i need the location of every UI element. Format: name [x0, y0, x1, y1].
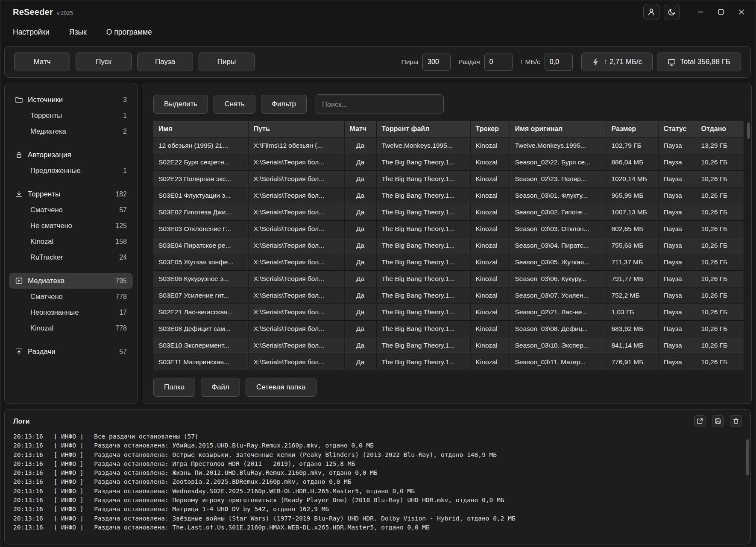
sidebar-item[interactable]: Торренты 1 — [9, 108, 133, 123]
table-row[interactable]: S03E03 Отклонение Г... X:\Serials\Теория… — [153, 220, 744, 237]
cell-tracker: Kinozal — [470, 337, 510, 354]
table-row[interactable]: S03E04 Пиратское ре... X:\Serials\Теория… — [153, 237, 744, 254]
sidebar-item[interactable]: Медиатека 795 — [9, 273, 133, 289]
cell-status: Пауза — [658, 187, 696, 204]
action-button[interactable]: Фильтр — [261, 95, 307, 114]
uploads-input[interactable] — [484, 53, 513, 71]
log-level: [ ИНФО ] — [54, 460, 84, 467]
table-row[interactable]: 12 обезьян (1995) 21... X:\Films\12 обез… — [153, 137, 744, 154]
cell-given: 10,26 ГБ — [696, 354, 744, 370]
cell-given: 10,26 ГБ — [696, 304, 744, 320]
open-button[interactable]: Файл — [201, 378, 240, 397]
peers-input[interactable] — [422, 53, 451, 71]
column-header[interactable]: Отдано — [696, 121, 744, 137]
sidebar-item-count: 1 — [123, 112, 127, 120]
table-row[interactable]: S03E08 Дефицит сам... X:\Serials\Теория … — [153, 320, 744, 337]
cell-torrent-file: The Big Bang Theory.1... — [376, 220, 470, 237]
column-header[interactable]: Имя оригинал — [510, 121, 606, 137]
column-header[interactable]: Путь — [248, 121, 344, 137]
sidebar-item[interactable]: Медиатека 2 — [9, 123, 133, 139]
table-row[interactable]: S03E01 Флуктуации э... X:\Serials\Теория… — [153, 187, 744, 204]
toolbar-button[interactable]: Пауза — [137, 53, 193, 71]
table-row[interactable]: S02E22 Буря секретн... X:\Serials\Теория… — [153, 154, 744, 170]
log-time: 20:13:16 — [13, 524, 43, 531]
column-header[interactable]: Статус — [658, 121, 696, 137]
log-message: Раздача остановлена: Острые козырьки. За… — [94, 451, 497, 458]
table-row[interactable]: S03E10 Эксперимент... X:\Serials\Теория … — [153, 337, 744, 354]
cell-tracker: Kinozal — [470, 187, 510, 204]
action-button[interactable]: Выделить — [153, 95, 208, 114]
cell-original-name: Season_03\07. Усилен... — [510, 287, 606, 304]
minimize-button[interactable] — [690, 3, 711, 20]
sidebar-item[interactable]: Неопознанные 17 — [9, 304, 133, 320]
save-log-button[interactable] — [712, 415, 724, 427]
close-button[interactable] — [731, 3, 752, 20]
log-line: 20:13:16 [ ИНФО ] Раздача остановлена: T… — [13, 523, 742, 532]
sidebar-item[interactable]: Kinozal 158 — [9, 234, 133, 249]
column-header[interactable]: Трекер — [470, 121, 510, 137]
maximize-button[interactable] — [711, 3, 731, 20]
toolbar-button[interactable]: Пуск — [76, 53, 132, 71]
table-row[interactable]: S03E02 Гипотеза Джи... X:\Serials\Теория… — [153, 204, 744, 220]
menu-item[interactable]: О программе — [106, 28, 152, 37]
cell-size: 791,77 МБ — [606, 270, 658, 287]
toolbar-button[interactable]: Пиры — [199, 53, 255, 71]
sidebar-item[interactable]: Предложенные 1 — [9, 163, 133, 178]
sidebar-item[interactable]: RuTracker 24 — [9, 249, 133, 265]
sidebar-item[interactable]: Торренты 182 — [9, 186, 133, 202]
account-button[interactable] — [643, 4, 659, 20]
sidebar-item[interactable]: Раздачи 57 — [9, 344, 133, 360]
sidebar-item-label: Раздачи — [28, 348, 56, 356]
column-header[interactable]: Матч — [344, 121, 376, 137]
app-title: ReSeeder v.2025 — [13, 7, 73, 17]
column-header[interactable]: Имя — [153, 121, 248, 137]
column-header[interactable]: Размер — [606, 121, 658, 137]
open-external-button[interactable] — [694, 415, 706, 427]
open-button[interactable]: Папка — [153, 378, 195, 397]
sidebar-item[interactable]: Kinozal 778 — [9, 320, 133, 336]
sidebar-item[interactable]: Сматчено 57 — [9, 202, 133, 218]
sidebar-item-count: 3 — [123, 96, 127, 104]
table-header: Имя Путь Матч Торрент файл Трекер Имя ор… — [153, 121, 744, 137]
table-row[interactable]: S02E21 Лас-вегасская... X:\Serials\Теори… — [153, 304, 744, 320]
log-lines: 20:13:16 [ ИНФО ] Все раздачи остановлен… — [13, 432, 742, 532]
column-header[interactable]: Торрент файл — [376, 121, 470, 137]
log-message: Раздача остановлена: Убийца.2015.UHD.Blu… — [94, 442, 374, 449]
sidebar-item-label: Kinozal — [30, 324, 53, 332]
scrollbar-thumb[interactable] — [746, 439, 749, 475]
toolbar-button[interactable]: Матч — [14, 53, 70, 71]
table-row[interactable]: S02E23 Полярная экс... X:\Serials\Теория… — [153, 170, 744, 187]
cell-given: 10,26 ГБ — [696, 237, 744, 254]
sidebar-item[interactable]: Авторизация — [9, 147, 133, 163]
close-icon — [738, 8, 745, 16]
sidebar-item-count: 1 — [123, 167, 127, 175]
log-time: 20:13:16 — [13, 469, 43, 476]
table-row[interactable]: S03E07 Усиление гит... X:\Serials\Теория… — [153, 287, 744, 304]
cell-path: X:\Serials\Теория бол... — [248, 170, 344, 187]
sidebar-item-count: 158 — [115, 238, 127, 246]
menu-item[interactable]: Настройки — [13, 28, 50, 37]
upload-rate-button[interactable]: ↑ 2,71 МБ/с — [581, 53, 653, 71]
cell-original-name: Season_03\05. Жуткая... — [510, 254, 606, 270]
titlebar: ReSeeder v.2025 — [0, 0, 756, 24]
search-input[interactable] — [316, 94, 444, 114]
log-time: 20:13:16 — [13, 478, 43, 485]
open-button[interactable]: Сетевая папка — [246, 378, 316, 397]
sidebar-item[interactable]: Не сматчено 125 — [9, 218, 133, 234]
sidebar-item[interactable]: Сматчено 778 — [9, 289, 133, 304]
table-row[interactable]: S03E06 Кукурузное з... X:\Serials\Теория… — [153, 270, 744, 287]
sidebar-item[interactable]: Источники 3 — [9, 92, 133, 108]
action-button[interactable]: Снять — [214, 95, 255, 114]
scrollbar-thumb[interactable] — [747, 123, 750, 139]
table-row[interactable]: S03E05 Жуткая конфе... X:\Serials\Теория… — [153, 254, 744, 270]
clear-log-button[interactable] — [730, 415, 742, 427]
menu-item[interactable]: Язык — [69, 28, 87, 37]
cell-size: 1007,13 МБ — [606, 204, 658, 220]
speed-limit-input[interactable] — [545, 53, 573, 71]
action-buttons: Выделить Снять Фильтр — [153, 95, 307, 114]
table-row[interactable]: S03E11 Материнская... X:\Serials\Теория … — [153, 354, 744, 370]
cell-torrent-file: The Big Bang Theory.1... — [376, 287, 470, 304]
log-message: Раздача остановлена: Игра Престолов HDR … — [94, 460, 355, 467]
total-button[interactable]: Total 356,88 ГБ — [657, 53, 741, 71]
theme-toggle-button[interactable] — [664, 4, 680, 20]
